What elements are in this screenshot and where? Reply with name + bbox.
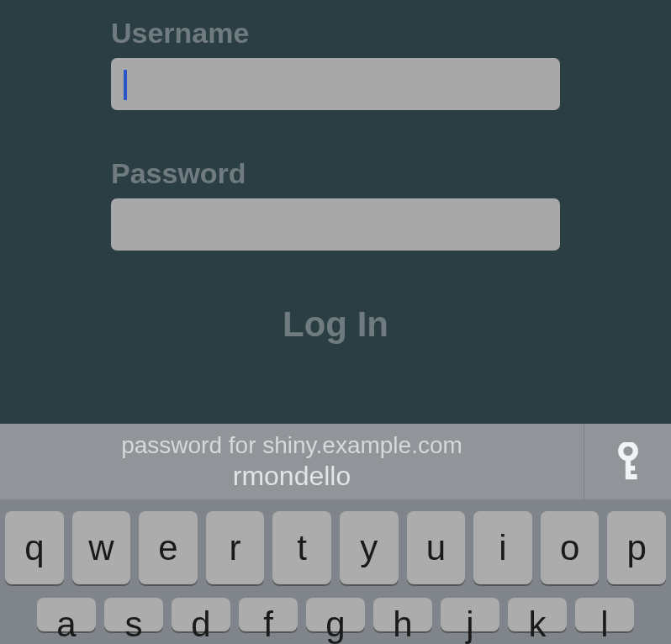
key-s[interactable]: s xyxy=(104,598,163,631)
key-l[interactable]: l xyxy=(575,598,634,631)
key-i[interactable]: i xyxy=(473,511,532,584)
autofill-username: rmondello xyxy=(233,461,351,492)
key-o[interactable]: o xyxy=(541,511,600,584)
username-field-wrap xyxy=(111,58,560,110)
svg-point-0 xyxy=(621,444,636,459)
key-a[interactable]: a xyxy=(37,598,96,631)
key-w[interactable]: w xyxy=(72,511,131,584)
autofill-bar: password for shiny.example.com rmondello xyxy=(0,424,671,499)
key-t[interactable]: t xyxy=(272,511,331,584)
svg-rect-2 xyxy=(625,474,637,479)
key-j[interactable]: j xyxy=(441,598,499,631)
password-manager-button[interactable] xyxy=(584,424,671,499)
login-button[interactable]: Log In xyxy=(111,304,560,345)
key-u[interactable]: u xyxy=(407,511,466,584)
username-label: Username xyxy=(111,17,560,50)
key-r[interactable]: r xyxy=(206,511,265,584)
key-p[interactable]: p xyxy=(607,511,666,584)
key-e[interactable]: e xyxy=(139,511,198,584)
key-icon xyxy=(616,442,641,481)
autofill-suggestion[interactable]: password for shiny.example.com rmondello xyxy=(0,424,584,499)
login-form: Username Password Log In xyxy=(0,0,671,345)
key-g[interactable]: g xyxy=(306,598,365,631)
text-cursor xyxy=(124,70,127,100)
keyboard: q w e r t y u i o p a s d f g h j k l xyxy=(0,499,671,644)
password-field-wrap xyxy=(111,198,560,251)
keyboard-row-1: q w e r t y u i o p xyxy=(5,511,666,584)
key-f[interactable]: f xyxy=(239,598,298,631)
key-k[interactable]: k xyxy=(508,598,567,631)
key-y[interactable]: y xyxy=(340,511,399,584)
username-input[interactable] xyxy=(111,58,560,110)
key-h[interactable]: h xyxy=(373,598,432,631)
autofill-label: password for shiny.example.com xyxy=(121,432,462,459)
key-d[interactable]: d xyxy=(172,598,230,631)
key-q[interactable]: q xyxy=(5,511,64,584)
keyboard-row-2: a s d f g h j k l xyxy=(5,598,666,631)
password-input[interactable] xyxy=(111,198,560,251)
password-label: Password xyxy=(111,157,560,190)
svg-rect-3 xyxy=(625,466,634,471)
